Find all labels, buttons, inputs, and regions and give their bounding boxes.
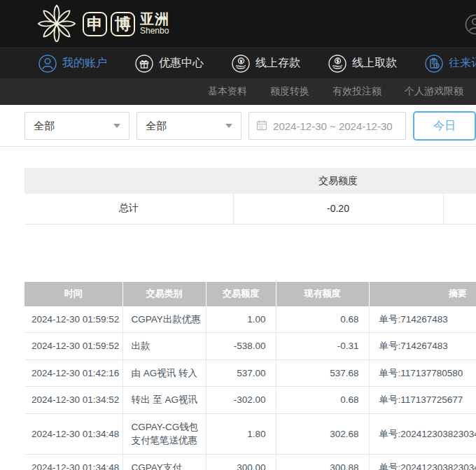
nav-item-label: 线上存款 [255,56,300,71]
cell-time: 2024-12-30 01:42:16 [24,359,122,387]
summary-header-amount: 交易额度 [233,168,443,194]
cell-time: 2024-12-30 01:34:48 [24,454,122,470]
cell-balance: 300.88 [276,454,369,470]
table-row: 2024-12-30 01:34:48 CGPAY支付 300.00 300.8… [24,454,476,470]
cell-summary: 单号:714267483 [369,333,476,360]
nav-item-label: 往来记录 [449,56,476,71]
date-range-value: 2024-12-30 ~ 2024-12-30 [273,120,393,132]
cell-balance: 0.68 [276,306,369,333]
user-avatar-icon[interactable] [465,14,476,38]
subnav-item-basic-info[interactable]: 基本资料 [208,85,247,98]
cell-amount: 1.00 [206,306,276,333]
col-header-summary: 摘要 [369,282,476,306]
type-select-value: 全部 [146,120,167,133]
user-icon [38,55,57,73]
logo-char-bo: 博 [111,12,135,36]
nav-item-my-account[interactable]: 我的账户 [38,55,107,73]
cell-summary: 单号:714267483 [369,306,476,333]
cell-type: CGPAY-CG钱包支付笔笔送优惠 [122,413,206,454]
cell-time: 2024-12-30 01:34:52 [24,387,122,414]
summary-header-empty [24,168,233,194]
col-header-time: 时间 [24,282,122,306]
chevron-down-icon [113,124,120,128]
cell-type: 转出 至 AG视讯 [122,387,206,414]
subnav-item-game-limits[interactable]: 个人游戏限额 [405,85,463,98]
subnav-item-valid-bets[interactable]: 有效投注额 [332,85,382,98]
cell-summary: 单号:117137725677 [369,387,476,414]
nav-item-withdraw[interactable]: 线上取款 [328,55,397,73]
flower-logo-icon [36,3,77,45]
cell-type: CGPAY支付 [122,454,206,470]
summary-total-extra [443,194,476,224]
cell-summary: 单号:117137780580 [369,359,476,387]
cell-amount: -302.00 [206,387,276,414]
account-sub-nav: 基本资料 额度转换 有效投注额 个人游戏限额 [0,78,476,105]
col-header-balance: 现有额度 [276,282,369,306]
cell-balance: -0.31 [276,333,369,360]
nav-item-label: 线上取款 [352,56,397,71]
cell-summary: 单号:2024123038230340 [369,454,476,470]
filter-bar: 全部 全部 2024-12-30 ~ 2024-12-30 今日 [0,112,476,140]
cell-amount: -538.00 [206,333,276,360]
logo-char-shen: 申 [83,12,107,36]
table-row: 2024-12-30 01:42:16 由 AG视讯 转入 537.00 537… [24,359,476,387]
category-select[interactable]: 全部 [24,112,130,140]
cell-time: 2024-12-30 01:59:52 [24,333,122,360]
type-select[interactable]: 全部 [136,112,241,140]
cell-balance: 302.68 [276,413,369,454]
summary-table: 交易额度 总计 -0.20 [24,168,476,225]
nav-item-deposit[interactable]: 线上存款 [232,55,300,73]
cell-type: 出款 [122,333,206,360]
cell-balance: 0.68 [276,387,369,414]
main-nav: 我的账户 优惠中心 线上存款 线上 [0,48,476,78]
nav-item-records[interactable]: 往来记录 [425,55,476,73]
cell-amount: 537.00 [206,359,276,387]
transactions-table: 时间 交易类别 交易额度 现有额度 摘要 2024-12-30 01:59:52… [24,282,476,470]
transactions-header-row: 时间 交易类别 交易额度 现有额度 摘要 [24,282,476,306]
cell-amount: 1.80 [206,413,276,454]
cell-summary: 单号:2024123038230340 [369,413,476,454]
table-row: 2024-12-30 01:34:48 CGPAY-CG钱包支付笔笔送优惠 1.… [24,413,476,454]
deposit-coin-hand-icon [232,55,250,73]
date-range-input[interactable]: 2024-12-30 ~ 2024-12-30 [248,112,406,140]
col-header-type: 交易类别 [122,282,206,306]
cell-time: 2024-12-30 01:34:48 [24,413,122,454]
cell-time: 2024-12-30 01:59:52 [24,306,122,333]
cell-type: 由 AG视讯 转入 [122,359,206,387]
logo-region-text: 亚洲 [140,12,169,27]
filter-divider [0,146,476,147]
nav-item-promotions[interactable]: 优惠中心 [135,55,204,73]
subnav-item-quota-transfer[interactable]: 额度转换 [270,85,309,98]
col-header-amount: 交易额度 [206,282,276,306]
records-clipboard-icon [425,55,443,73]
table-row: 2024-12-30 01:59:52 出款 -538.00 -0.31 单号:… [24,333,476,360]
logo-wordmark: 亚洲 Shenbo [140,12,169,36]
summary-total-row: 总计 -0.20 [24,194,476,224]
cell-amount: 300.00 [206,454,276,470]
withdraw-coin-hand-icon [328,55,346,73]
table-row: 2024-12-30 01:34:52 转出 至 AG视讯 -302.00 0.… [24,387,476,414]
nav-item-label: 优惠中心 [159,56,204,71]
summary-header-empty [443,168,476,194]
category-select-value: 全部 [34,120,55,133]
logo-latin-text: Shenbo [140,27,169,36]
summary-header-row: 交易额度 [24,168,476,194]
brand-header: 申 博 亚洲 Shenbo [0,0,476,48]
calendar-icon [256,120,267,133]
chevron-down-icon [225,124,232,128]
gift-icon [135,55,153,73]
summary-total-label: 总计 [24,194,233,224]
nav-item-label: 我的账户 [62,56,107,71]
summary-total-value: -0.20 [233,194,443,224]
cell-balance: 537.68 [276,359,369,387]
cell-type: CGPAY出款优惠 [122,306,206,333]
today-button[interactable]: 今日 [413,111,476,141]
table-row: 2024-12-30 01:59:52 CGPAY出款优惠 1.00 0.68 … [24,306,476,333]
